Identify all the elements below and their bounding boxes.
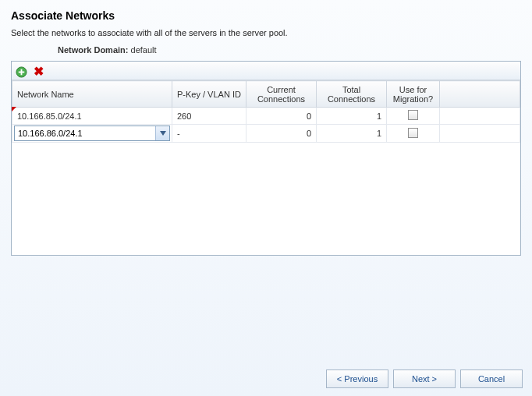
current-connections-cell: 0 [246, 108, 317, 125]
network-name-combobox[interactable] [14, 126, 170, 141]
network-domain-label: Network Domain: [58, 45, 128, 55]
network-name-cell: 10.166.85.0/24.1 [17, 111, 82, 121]
page-title: Associate Networks [11, 9, 521, 22]
total-connections-cell: 1 [317, 125, 387, 143]
network-domain-value: default [131, 45, 157, 55]
table-row[interactable]: 10.166.85.0/24.1 260 0 1 [12, 108, 520, 125]
col-header-spare [440, 81, 520, 108]
networks-panel: ✖ Network Name P-Key / VLAN ID Current C… [11, 61, 521, 256]
remove-icon[interactable]: ✖ [32, 65, 44, 78]
col-header-migration[interactable]: Use for Migration? [387, 81, 440, 108]
pkey-cell: 260 [172, 108, 246, 125]
previous-button[interactable]: < Previous [326, 369, 388, 388]
col-header-current[interactable]: Current Connections [246, 81, 317, 108]
table-header-row: Network Name P-Key / VLAN ID Current Con… [12, 81, 520, 108]
page-description: Select the networks to associate with al… [11, 28, 521, 37]
row-marker-icon [12, 107, 16, 111]
combobox-toggle-button[interactable] [155, 126, 169, 140]
svg-rect-2 [18, 71, 24, 72]
cancel-button[interactable]: Cancel [460, 369, 523, 388]
networks-table: Network Name P-Key / VLAN ID Current Con… [12, 80, 520, 143]
total-connections-cell: 1 [317, 108, 387, 125]
migration-checkbox[interactable] [408, 110, 418, 120]
wizard-footer: < Previous Next > Cancel [326, 369, 523, 388]
current-connections-cell: 0 [246, 125, 317, 143]
col-header-pkey[interactable]: P-Key / VLAN ID [172, 81, 246, 108]
pkey-cell: - [172, 125, 246, 143]
next-button[interactable]: Next > [393, 369, 456, 388]
migration-checkbox[interactable] [408, 128, 418, 138]
table-row[interactable]: - 0 1 [12, 125, 520, 143]
network-name-input[interactable] [15, 126, 155, 140]
col-header-total[interactable]: Total Connections [317, 81, 387, 108]
toolbar: ✖ [12, 62, 520, 80]
add-icon[interactable] [15, 65, 27, 78]
col-header-name[interactable]: Network Name [12, 81, 172, 108]
